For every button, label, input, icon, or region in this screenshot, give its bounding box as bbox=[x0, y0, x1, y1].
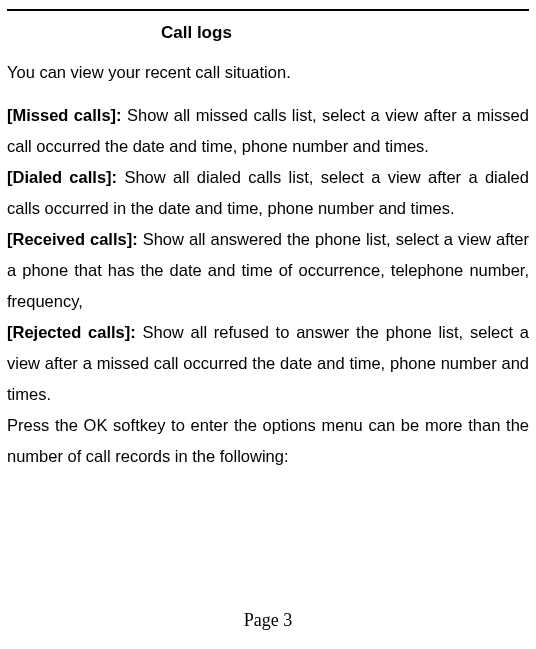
content-area: Call logs You can view your recent call … bbox=[7, 18, 529, 472]
page-number: Page 3 bbox=[0, 610, 536, 631]
body-text: [Missed calls]: Show all missed calls li… bbox=[7, 100, 529, 472]
missed-calls-label: [Missed calls]: bbox=[7, 106, 122, 124]
rejected-calls-label: [Rejected calls]: bbox=[7, 323, 136, 341]
document-page: Call logs You can view your recent call … bbox=[0, 0, 536, 649]
top-rule bbox=[7, 9, 529, 11]
closing-text: Press the OK softkey to enter the option… bbox=[7, 416, 529, 465]
intro-text: You can view your recent call situation. bbox=[7, 57, 529, 100]
received-calls-label: [Received calls]: bbox=[7, 230, 138, 248]
page-title: Call logs bbox=[7, 18, 529, 57]
dialed-calls-label: [Dialed calls]: bbox=[7, 168, 117, 186]
